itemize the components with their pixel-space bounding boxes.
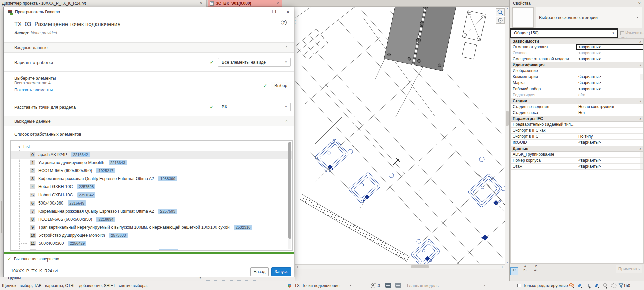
collapse-icon[interactable]: ∧ — [285, 119, 288, 122]
zoom-tool-button[interactable] — [496, 8, 505, 16]
element-id-badge[interactable]: 2532310 — [234, 225, 252, 230]
table-fixture[interactable] — [296, 29, 328, 60]
scroll-down-arrow[interactable]: ▼ — [505, 260, 509, 264]
property-group-header[interactable]: Идентификация∧ — [511, 62, 643, 68]
list-item[interactable]: 2НСО1М-6/6Б (600x600x850)1925217 — [11, 167, 292, 175]
kebab-menu-icon[interactable]: ⋮ — [293, 19, 298, 25]
connection-marker[interactable] — [391, 158, 400, 167]
property-row-button[interactable] — [640, 158, 643, 163]
outputs-section-header[interactable]: Выходные данные ∧ — [4, 116, 294, 126]
property-row-button[interactable] — [640, 152, 643, 157]
scrollbar-thumb[interactable] — [288, 142, 291, 239]
select-faces-icon[interactable] — [594, 283, 600, 289]
steering-wheel-button[interactable] — [496, 17, 505, 24]
property-group-header[interactable]: Данные∧ — [511, 146, 643, 152]
collapse-icon[interactable]: ∧ — [639, 99, 641, 104]
sink-fixture[interactable] — [411, 239, 440, 264]
maximize-button[interactable]: ❒ — [269, 8, 279, 16]
workset-list-icon[interactable] — [395, 283, 401, 288]
connection-point-cluster[interactable] — [323, 162, 501, 262]
list-item[interactable]: 10Устройство душирующее Monolith2573633 — [11, 231, 292, 239]
collapse-icon[interactable]: ∧ — [285, 45, 288, 49]
property-value[interactable]: afro — [576, 92, 643, 98]
minimize-button[interactable]: — — [256, 8, 266, 16]
list-item[interactable]: 1Устройство душирующее Monolith2216643 — [11, 159, 292, 167]
element-id-badge[interactable]: 2216649 — [68, 200, 86, 206]
property-value[interactable]: <варианты> — [576, 56, 643, 62]
list-scrollbar[interactable] — [288, 142, 291, 249]
property-value[interactable] — [576, 128, 643, 133]
property-value[interactable] — [576, 68, 643, 74]
project-browser-tab[interactable]: Диспетчер проекта - 10XXX_P_TX_K_R24.rvt… — [0, 0, 207, 7]
list-root-node[interactable]: ▼List — [18, 144, 30, 149]
worksets-dialog-icon[interactable] — [385, 283, 391, 288]
element-id-badge[interactable]: 2216694 — [96, 217, 115, 222]
property-value[interactable]: <варианты> — [576, 44, 643, 50]
select-button[interactable]: Выбор — [271, 82, 291, 90]
scrollbar-thumb[interactable] — [506, 111, 509, 126]
scrollbar-thumb[interactable] — [1, 201, 2, 233]
close-icon[interactable]: × — [276, 0, 279, 6]
list-item[interactable]: 6500x400x3602216649 — [11, 199, 292, 207]
section-dropdown[interactable]: ВК ▼ — [218, 103, 291, 111]
editable-only-checkbox[interactable]: Только редактируемые — [517, 283, 568, 288]
property-value[interactable]: <варианты> — [576, 86, 643, 92]
list-item[interactable]: 0apach AK 924P2216642 — [11, 151, 292, 159]
element-id-badge[interactable]: 2256429 — [68, 241, 87, 246]
property-row-button[interactable] — [640, 164, 643, 169]
scroll-right-arrow[interactable]: ► — [501, 265, 505, 269]
list-item[interactable]: 9Трап вертикальный нерегулируемый с выпу… — [11, 223, 292, 231]
help-icon[interactable]: ? — [281, 20, 287, 25]
select-links-icon[interactable] — [569, 283, 575, 289]
drag-elements-icon[interactable] — [602, 283, 609, 289]
apply-button[interactable]: Применить — [616, 265, 642, 273]
list-item[interactable]: 4Hobart GXBH-10C2257598 — [11, 183, 292, 191]
window-titlebar[interactable]: Проигрыватель Dynamo — ❒ × — [4, 7, 294, 17]
close-icon[interactable]: × — [200, 0, 202, 7]
select-underlay-icon[interactable] — [577, 283, 583, 289]
variant-dropdown[interactable]: Все элементы на виде ▼ — [218, 58, 291, 67]
chevron-down-icon[interactable]: ▼ — [349, 284, 352, 287]
property-value[interactable]: <варианты> — [576, 164, 640, 169]
sort-az-button[interactable]: AZ↓ — [521, 264, 529, 272]
collapse-icon[interactable]: ∧ — [639, 146, 641, 152]
checkbox-icon[interactable] — [517, 284, 521, 287]
horizontal-scrollbar[interactable]: ◄ ► — [295, 264, 505, 269]
browser-item-groups[interactable]: Группы — [8, 277, 21, 280]
scrollbar-thumb[interactable] — [411, 265, 429, 268]
sort-za-button[interactable]: ZA↓ — [532, 264, 540, 272]
active-view-tab[interactable]: 3С_ВК_Э01(0.000) × — [208, 0, 282, 7]
toolbar-icons-fragment[interactable] — [206, 278, 260, 281]
category-selector[interactable]: Выбрано несколько категорий ▼ — [536, 7, 642, 28]
close-icon[interactable]: × — [638, 1, 641, 6]
property-value[interactable]: <варианты> — [576, 158, 640, 163]
element-id-badge[interactable]: 2216643 — [109, 160, 127, 165]
element-id-badge[interactable]: 2257598 — [77, 184, 96, 189]
back-button[interactable]: Назад — [250, 267, 269, 276]
element-id-badge[interactable]: 2391642 — [77, 192, 96, 198]
show-elements-link[interactable]: Показать элементы — [14, 88, 53, 92]
element-id-badge[interactable]: 2257593 — [158, 209, 177, 214]
chevron-down-icon[interactable]: ▼ — [199, 277, 202, 279]
type-selector-combo[interactable]: Общие (150) ▼ — [510, 28, 618, 38]
element-id-badge[interactable]: 2573633 — [109, 233, 128, 238]
property-value[interactable]: Новая конструкция — [576, 104, 643, 110]
property-group-header[interactable]: Стадии∧ — [511, 98, 643, 104]
dark-panel-equipment[interactable] — [384, 7, 459, 71]
collapse-icon[interactable]: ∧ — [639, 63, 641, 68]
element-id-badge[interactable]: 2216642 — [71, 152, 90, 157]
element-id-badge[interactable]: 1925217 — [96, 168, 115, 173]
property-value[interactable]: Нет — [576, 110, 643, 116]
close-button[interactable]: × — [283, 8, 293, 16]
property-value[interactable]: По типу — [576, 134, 643, 139]
property-value[interactable]: <варианты> — [576, 140, 643, 146]
run-button[interactable]: Запуск — [271, 267, 291, 276]
property-value[interactable] — [576, 152, 640, 157]
element-id-badge[interactable]: 1938399 — [158, 176, 177, 181]
collapse-icon[interactable]: ∧ — [639, 39, 641, 44]
property-value[interactable]: <варианты> — [576, 50, 643, 56]
list-item[interactable]: 11500x400x3602256429 — [11, 239, 292, 247]
list-item[interactable]: 8НСО1М-6/6Б (600x600x850)2216694 — [11, 215, 292, 223]
property-row-button[interactable] — [640, 74, 643, 80]
list-item[interactable]: 3Кофемашина рожковая Quality Espresso Fu… — [11, 175, 292, 183]
